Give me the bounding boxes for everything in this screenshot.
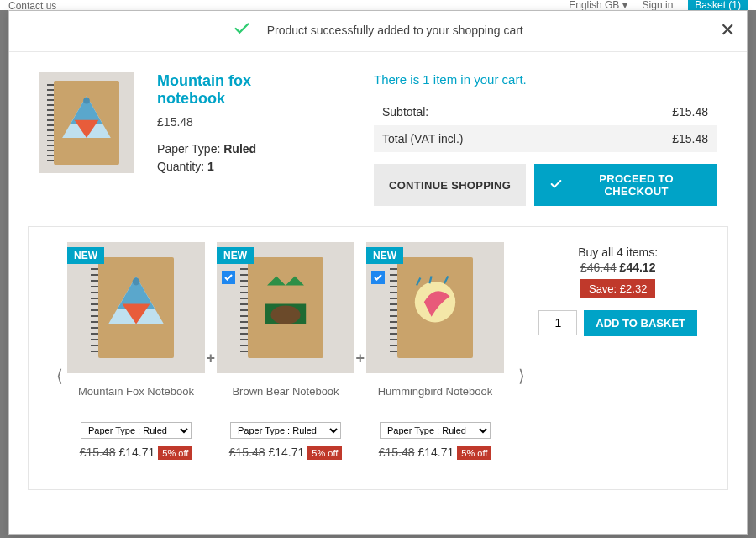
svg-point-10 xyxy=(270,306,300,324)
next-arrow[interactable]: ⟩ xyxy=(514,366,529,386)
option-label: Paper Type: xyxy=(157,142,220,156)
bundle-card: NEW Hummingbird Notebook Paper Type : Ru… xyxy=(366,242,504,459)
subtotal-label: Subtotal: xyxy=(382,105,428,119)
paper-type-select[interactable]: Paper Type : Ruled xyxy=(380,422,491,439)
checkout-label: PROCEED TO CHECKOUT xyxy=(571,172,701,198)
select-checkbox[interactable] xyxy=(371,271,385,284)
cart-modal: Product successfully added to your shopp… xyxy=(8,10,748,535)
total-label: Total (VAT incl.) xyxy=(382,132,463,145)
save-badge: Save: £2.32 xyxy=(580,279,655,298)
contact-link[interactable]: Contact us xyxy=(8,0,56,10)
buy-all-label: Buy all 4 items: xyxy=(538,245,697,259)
check-icon xyxy=(549,177,563,193)
product-price: £15.48 xyxy=(157,115,312,129)
buy-all-old-price: £46.44 xyxy=(580,261,617,274)
close-button[interactable]: ✕ xyxy=(720,19,735,41)
modal-header: Product successfully added to your shopp… xyxy=(9,11,747,52)
bundle-qty-input[interactable] xyxy=(538,310,577,335)
bundle-card: NEW Mountain Fox Notebook Paper Type : R… xyxy=(67,242,205,459)
buy-all-new-price: £44.12 xyxy=(620,261,656,274)
svg-point-6 xyxy=(133,278,140,286)
qty-label: Quantity: xyxy=(157,160,204,173)
card-price: £15.48£14.715% off xyxy=(366,446,504,459)
product-thumbnail xyxy=(39,72,134,173)
card-price: £15.48£14.715% off xyxy=(217,446,354,459)
total-value: £15.48 xyxy=(672,132,708,145)
paper-type-select[interactable]: Paper Type : Ruled xyxy=(81,422,192,439)
qty-value: 1 xyxy=(207,160,214,173)
plus-icon: + xyxy=(206,350,215,367)
cart-heading: There is 1 item in your cart. xyxy=(374,72,717,87)
paper-type-select[interactable]: Paper Type : Ruled xyxy=(230,422,341,439)
option-value: Ruled xyxy=(223,142,256,156)
svg-line-14 xyxy=(444,276,448,283)
card-price: £15.48£14.715% off xyxy=(67,446,205,459)
new-badge: NEW xyxy=(366,247,403,264)
product-title: Mountain fox notebook xyxy=(157,72,312,107)
svg-marker-8 xyxy=(267,276,304,285)
card-title[interactable]: Mountain Fox Notebook xyxy=(67,385,205,414)
bundle-card: NEW Brown Bear Notebook Paper Type : Rul… xyxy=(217,242,354,459)
total-row: Total (VAT incl.) £15.48 xyxy=(374,125,717,152)
success-check-icon xyxy=(233,19,251,41)
svg-point-2 xyxy=(83,98,90,104)
svg-line-12 xyxy=(417,278,420,286)
add-to-basket-button[interactable]: ADD TO BASKET xyxy=(584,310,697,336)
new-badge: NEW xyxy=(217,247,254,264)
checkout-button[interactable]: PROCEED TO CHECKOUT xyxy=(534,164,717,206)
success-message: Product successfully added to your shopp… xyxy=(267,24,523,37)
bundle-section: ⟨ NEW Mountain Fox Notebook Paper Type :… xyxy=(28,226,728,490)
plus-icon: + xyxy=(355,350,365,367)
added-product: Mountain fox notebook £15.48 Paper Type:… xyxy=(39,72,333,206)
new-badge: NEW xyxy=(67,247,104,264)
continue-shopping-button[interactable]: CONTINUE SHOPPING xyxy=(374,164,526,206)
subtotal-value: £15.48 xyxy=(672,105,708,119)
prev-arrow[interactable]: ⟨ xyxy=(52,366,67,386)
modal-body: Mountain fox notebook £15.48 Paper Type:… xyxy=(9,52,747,226)
cart-summary: There is 1 item in your cart. Subtotal: … xyxy=(333,72,717,206)
subtotal-row: Subtotal: £15.48 xyxy=(374,98,717,125)
card-title[interactable]: Hummingbird Notebook xyxy=(366,385,504,414)
card-title[interactable]: Brown Bear Notebook xyxy=(217,385,354,414)
bundle-cards: NEW Mountain Fox Notebook Paper Type : R… xyxy=(67,242,504,459)
buy-all-panel: Buy all 4 items: £46.44 £44.12 Save: £2.… xyxy=(538,242,704,336)
background-header: Contact us English GB ▾ Sign in Basket (… xyxy=(0,0,756,10)
select-checkbox[interactable] xyxy=(222,271,235,284)
